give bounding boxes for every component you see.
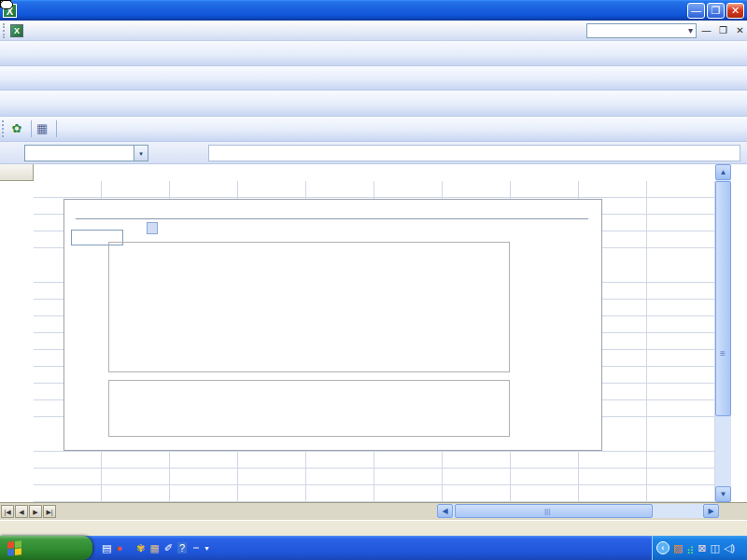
wireless-network-icon[interactable]: ◫ xyxy=(710,542,719,553)
vertical-scrollbar[interactable]: ▲ ▼ xyxy=(715,164,731,502)
symbol-dropdown-button[interactable] xyxy=(147,222,158,234)
tray-collapse-icon[interactable]: ‹ xyxy=(656,541,669,554)
workbook-icon: X xyxy=(10,24,23,37)
toolbar-grip[interactable] xyxy=(3,23,7,38)
last-sheet-button[interactable]: ▶| xyxy=(43,505,56,518)
workbook-close-button[interactable]: ✕ xyxy=(733,24,747,37)
volume-icon[interactable]: ◁) xyxy=(724,542,735,553)
formula-bar: ▾ xyxy=(0,142,747,164)
ime-palette-icon[interactable]: ✾ xyxy=(136,542,145,554)
network-disconnected-icon[interactable]: ⊠ xyxy=(698,542,706,553)
momentum-plot xyxy=(108,380,510,437)
help-question-input[interactable]: ▾ xyxy=(586,23,697,38)
workbook-restore-button[interactable]: ❐ xyxy=(716,24,730,37)
prev-sheet-button[interactable]: ◀ xyxy=(15,505,28,518)
windows-taskbar: ▤ ● ✾ ▦ ✐ ? ▼ ‹ ▨ ⣴ ⊠ ◫ ◁) xyxy=(0,536,747,560)
caps-kana-indicator[interactable] xyxy=(193,547,199,549)
calculator-button[interactable]: ▦ xyxy=(35,119,53,138)
close-button[interactable]: ✕ xyxy=(726,3,744,19)
minimize-button[interactable]: — xyxy=(687,3,705,19)
kana-label xyxy=(193,547,199,549)
ime-language-bar: ▤ ● ✾ ▦ ✐ ? ▼ xyxy=(102,542,210,554)
chevron-down-icon[interactable]: ▾ xyxy=(688,25,693,35)
start-button[interactable] xyxy=(0,536,92,560)
calculator-icon: ▦ xyxy=(36,121,48,136)
stock-chart-object[interactable] xyxy=(63,199,602,451)
worksheet-area: ▲ ▼ xyxy=(0,164,747,502)
toolbar-grip[interactable] xyxy=(2,120,7,137)
scroll-down-button[interactable]: ▼ xyxy=(715,486,731,502)
price-plot xyxy=(108,242,510,372)
first-sheet-button[interactable]: |◀ xyxy=(1,505,14,518)
ime-pen-icon[interactable]: ✐ xyxy=(164,542,173,554)
scroll-left-button[interactable]: ◀ xyxy=(437,504,453,518)
tray-app-icon[interactable]: ▨ xyxy=(673,542,683,553)
formula-input[interactable] xyxy=(208,145,740,161)
excel-helper-button[interactable]: ✿ xyxy=(9,119,28,138)
select-all-corner[interactable] xyxy=(0,164,34,181)
name-box-dropdown[interactable]: ▾ xyxy=(134,145,148,161)
vertical-scroll-thumb[interactable] xyxy=(715,181,731,416)
signal-strength-icon[interactable]: ⣴ xyxy=(686,542,694,553)
equals-button[interactable] xyxy=(60,119,78,138)
keyboard-icon[interactable]: ▤ xyxy=(102,542,111,554)
period-tabs xyxy=(76,203,588,219)
ime-toolbox-icon[interactable]: ▦ xyxy=(149,542,159,554)
windows-logo-icon xyxy=(7,540,22,556)
horizontal-scroll-thumb[interactable] xyxy=(455,504,653,518)
workbook-minimize-button[interactable]: — xyxy=(699,24,713,37)
ime-mode-icon[interactable]: ● xyxy=(116,542,122,553)
next-sheet-button[interactable]: ▶ xyxy=(29,505,42,518)
helper-character-icon: ✿ xyxy=(12,121,22,136)
scroll-up-button[interactable]: ▲ xyxy=(715,164,731,180)
menu-bar: X ▾ — ❐ ✕ xyxy=(0,21,747,41)
horizontal-scrollbar[interactable]: ◀ ▶ xyxy=(437,504,719,518)
ime-options-chevron[interactable]: ▼ xyxy=(204,545,210,552)
restore-button[interactable]: ❐ xyxy=(707,3,725,19)
name-box[interactable] xyxy=(24,145,134,161)
ime-help-icon[interactable]: ? xyxy=(177,542,187,553)
comment-text-box[interactable] xyxy=(0,0,13,9)
excel-window: X — ❐ ✕ X ▾ — ❐ ✕ ✿ ▦ xyxy=(0,0,747,560)
title-bar: X — ❐ ✕ xyxy=(0,0,747,21)
status-bar xyxy=(0,520,747,536)
system-tray: ‹ ▨ ⣴ ⊠ ◫ ◁) xyxy=(652,536,747,560)
scroll-right-button[interactable]: ▶ xyxy=(703,504,719,518)
